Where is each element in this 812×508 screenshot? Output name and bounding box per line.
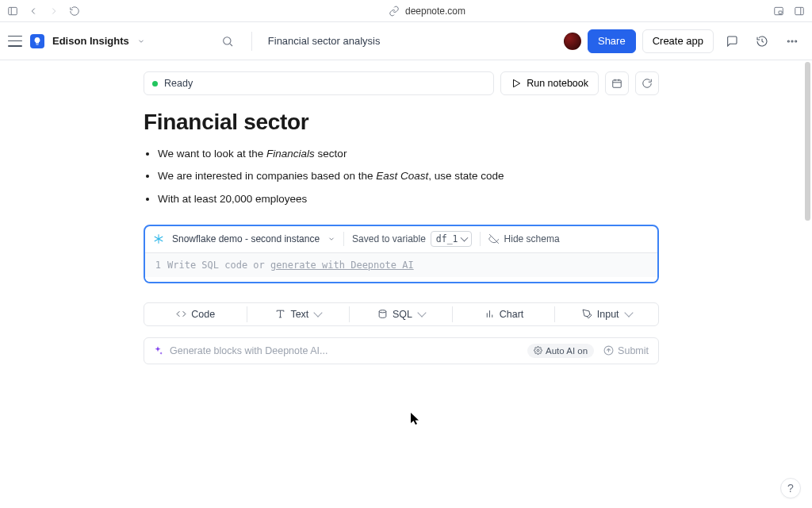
- list-item[interactable]: We want to look at the Financials sector: [158, 146, 659, 162]
- workspace-name[interactable]: Edison Insights: [52, 35, 129, 47]
- schedule-button[interactable]: [605, 71, 629, 95]
- main-area: Ready Run notebook Financial sector We w…: [0, 60, 812, 508]
- workspace-logo[interactable]: [30, 34, 44, 48]
- reload-icon[interactable]: [68, 5, 81, 17]
- run-label: Run notebook: [527, 78, 588, 89]
- svg-rect-3: [779, 11, 782, 14]
- svg-point-8: [787, 40, 789, 41]
- svg-point-22: [379, 310, 386, 313]
- svg-rect-0: [9, 7, 17, 14]
- add-sql-button[interactable]: SQL: [350, 303, 453, 325]
- browser-chrome: deepnote.com: [0, 0, 812, 22]
- ai-placeholder: Generate blocks with Deepnote AI...: [170, 345, 521, 356]
- scrollbar[interactable]: [805, 62, 810, 221]
- notes-list[interactable]: We want to look at the Financials sector…: [144, 146, 659, 207]
- divider: [251, 32, 252, 51]
- connection-name[interactable]: Snowflake demo - second instance: [172, 233, 320, 244]
- sidebar-toggle-icon[interactable]: [6, 5, 19, 17]
- help-button[interactable]: ?: [780, 478, 801, 498]
- avatar[interactable]: [564, 33, 581, 50]
- line-number: 1: [145, 260, 167, 271]
- chevron-down-icon: [624, 309, 633, 318]
- search-button[interactable]: [216, 30, 239, 52]
- status-row: Ready Run notebook: [144, 71, 659, 95]
- svg-rect-4: [795, 7, 804, 14]
- app-top-bar: Edison Insights Financial sector analysi…: [0, 22, 812, 60]
- refresh-button[interactable]: [635, 71, 659, 95]
- chevron-down-icon[interactable]: [137, 37, 145, 45]
- status-dot-icon: [152, 81, 158, 87]
- share-button[interactable]: Share: [588, 29, 636, 53]
- chevron-down-icon: [417, 309, 426, 318]
- svg-point-6: [223, 37, 230, 44]
- url-domain: deepnote.com: [405, 6, 465, 17]
- comments-icon[interactable]: [720, 29, 744, 53]
- svg-marker-11: [514, 79, 520, 87]
- sql-block: Snowflake demo - second instance Saved t…: [144, 225, 659, 283]
- forward-icon: [48, 5, 60, 17]
- notebook-title[interactable]: Financial sector analysis: [265, 35, 381, 47]
- add-input-button[interactable]: Input: [555, 303, 658, 325]
- submit-button[interactable]: Submit: [600, 345, 652, 356]
- send-icon: [603, 345, 614, 356]
- list-item[interactable]: With at least 20,000 employees: [158, 191, 659, 207]
- svg-line-7: [230, 44, 232, 46]
- sparkle-icon: [152, 345, 163, 356]
- run-notebook-button[interactable]: Run notebook: [500, 71, 599, 95]
- snowflake-icon: [153, 233, 164, 244]
- sql-placeholder: Write SQL code or generate with Deepnote…: [167, 260, 414, 271]
- svg-point-26: [537, 349, 539, 352]
- block-type-row: Code Text SQL Chart Input: [144, 302, 659, 326]
- hide-schema-label: Hide schema: [504, 233, 560, 244]
- auto-ai-pill[interactable]: Auto AI on: [527, 344, 594, 358]
- status-text: Ready: [164, 78, 193, 89]
- eye-off-icon: [488, 233, 500, 244]
- svg-point-10: [795, 40, 797, 41]
- list-item[interactable]: We are interested in companies based on …: [158, 168, 659, 184]
- svg-point-9: [791, 40, 793, 41]
- pip-icon[interactable]: [772, 5, 785, 17]
- sql-footer: [145, 277, 657, 282]
- ai-generate-bar[interactable]: Generate blocks with Deepnote AI... Auto…: [144, 337, 659, 364]
- more-icon[interactable]: [780, 29, 804, 53]
- gear-icon: [534, 346, 542, 355]
- svg-rect-12: [613, 80, 622, 87]
- create-app-button[interactable]: Create app: [642, 29, 714, 53]
- chevron-down-icon: [314, 309, 323, 318]
- chevron-down-icon[interactable]: [327, 235, 335, 243]
- back-icon[interactable]: [27, 5, 40, 17]
- menu-icon[interactable]: [8, 36, 22, 47]
- divider: [343, 232, 344, 246]
- saved-to-variable-label: Saved to variable: [352, 233, 426, 244]
- page-title[interactable]: Financial sector: [144, 110, 659, 135]
- variable-select[interactable]: df_1: [431, 231, 472, 247]
- add-code-button[interactable]: Code: [144, 303, 247, 325]
- sql-block-header: Snowflake demo - second instance Saved t…: [145, 226, 657, 253]
- variable-chip: Saved to variable df_1: [352, 231, 471, 247]
- add-text-button[interactable]: Text: [247, 303, 350, 325]
- link-icon: [388, 5, 400, 17]
- hide-schema-button[interactable]: Hide schema: [488, 233, 560, 244]
- divider: [480, 232, 481, 246]
- add-chart-button[interactable]: Chart: [453, 303, 556, 325]
- generate-ai-link[interactable]: generate with Deepnote AI: [270, 260, 414, 271]
- panel-right-icon[interactable]: [793, 5, 806, 17]
- history-icon[interactable]: [750, 29, 774, 53]
- status-pill[interactable]: Ready: [144, 71, 494, 95]
- sql-editor[interactable]: 1 Write SQL code or generate with Deepno…: [145, 253, 657, 277]
- svg-line-19: [489, 234, 499, 244]
